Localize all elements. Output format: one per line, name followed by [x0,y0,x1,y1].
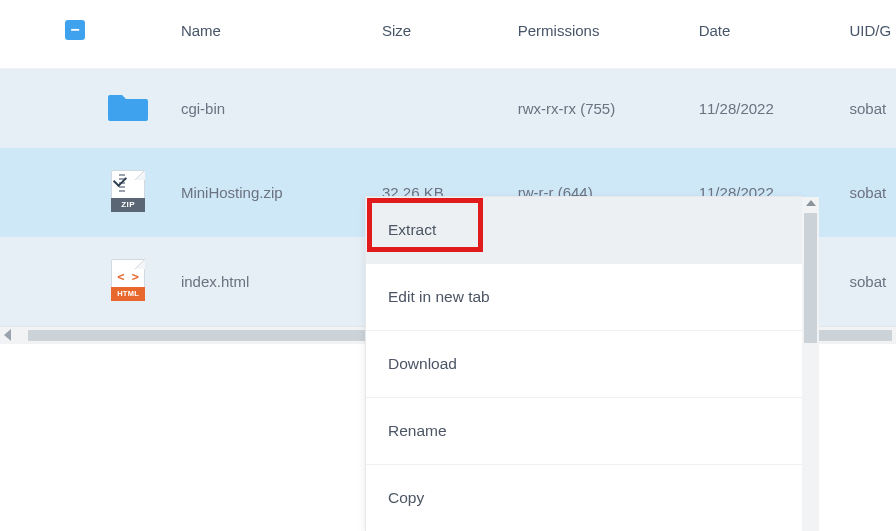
file-type-icon-cell: ZIP [85,148,170,237]
table-header-row: Name Size Permissions Date UID/G [0,0,896,69]
file-date: 11/28/2022 [689,69,840,149]
file-uid: sobat [840,69,897,149]
folder-icon [108,91,148,123]
context-menu-scrollbar[interactable] [802,197,819,531]
file-uid: sobat [840,237,897,326]
file-uid: sobat [840,148,897,237]
header-checkbox-cell [0,0,85,69]
file-size [372,69,508,149]
context-menu: Extract Edit in new tab Download Rename … [365,196,803,531]
context-menu-item-extract[interactable]: Extract [366,197,802,264]
context-menu-item-download[interactable]: Download [366,331,802,398]
header-icon-spacer [85,0,170,69]
header-permissions[interactable]: Permissions [508,0,689,69]
scroll-up-arrow-icon[interactable] [806,200,816,206]
file-name[interactable]: MiniHosting.zip [171,148,372,237]
file-permissions: rwx-rx-rx (755) [508,69,689,149]
header-size[interactable]: Size [372,0,508,69]
header-date[interactable]: Date [689,0,840,69]
html-icon: < > HTML [111,259,145,301]
file-type-icon-cell: < > HTML [85,237,170,326]
zip-icon: ZIP [111,170,145,212]
header-uid[interactable]: UID/G [840,0,897,69]
file-name[interactable]: cgi-bin [171,69,372,149]
context-menu-item-edit[interactable]: Edit in new tab [366,264,802,331]
scroll-thumb[interactable] [804,213,817,343]
context-menu-item-copy[interactable]: Copy [366,465,802,531]
select-all-checkbox[interactable] [65,20,85,40]
scroll-left-arrow-icon[interactable] [4,329,11,341]
table-row[interactable]: cgi-bin rwx-rx-rx (755) 11/28/2022 sobat [0,69,896,149]
header-name[interactable]: Name [171,0,372,69]
context-menu-item-rename[interactable]: Rename [366,398,802,465]
file-type-icon-cell [85,69,170,149]
file-name[interactable]: index.html [171,237,372,326]
